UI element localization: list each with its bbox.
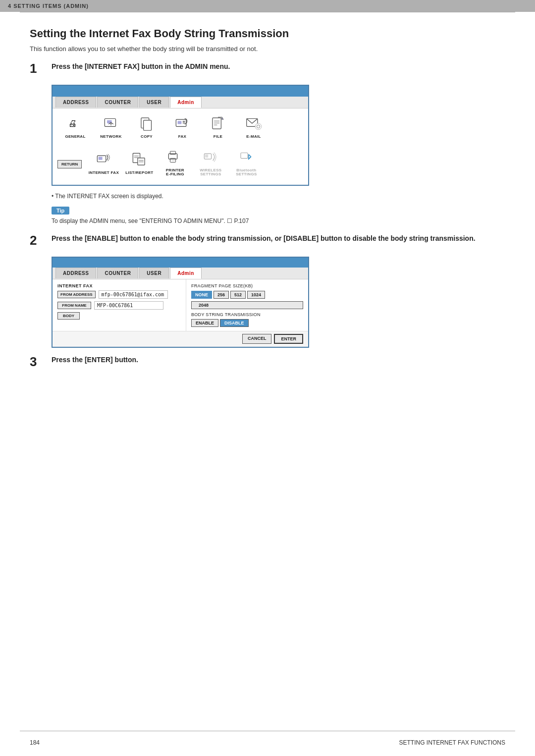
icon-general[interactable]: 🖨 GENERAL <box>57 113 93 139</box>
frag-1024-button[interactable]: 1024 <box>247 291 265 299</box>
printer-efiling-label: PRINTERE-FILING <box>166 168 184 177</box>
step-2-text: Press the [ENABLE] button to enable the … <box>52 233 476 244</box>
icon-network[interactable]: NETWORK <box>93 113 129 139</box>
section-title: Setting the Internet Fax Body String Tra… <box>30 27 505 40</box>
general-icon: 🖨 <box>63 113 87 133</box>
icon-file[interactable]: FILE <box>200 113 236 139</box>
enter-button[interactable]: ENTER <box>274 334 303 344</box>
p2-tab-admin[interactable]: Admin <box>170 268 202 279</box>
return-button[interactable]: RETURN <box>57 160 82 168</box>
step-2: 2 Press the [ENABLE] button to enable th… <box>30 233 505 248</box>
admin-menu-panel: ADDRESS COUNTER USER Admin 🖨 GENERAL <box>52 85 309 186</box>
cancel-button[interactable]: CANCEL <box>242 334 272 344</box>
frag-512-button[interactable]: 512 <box>230 291 246 299</box>
fax-icon <box>170 113 194 133</box>
body-string-label: BODY STRING TRANSMISSION <box>191 312 303 317</box>
step-3: 3 Press the [ENTER] button. <box>30 355 505 369</box>
footer-title: SETTING INTERNET FAX FUNCTIONS <box>399 739 505 746</box>
internet-fax-label: INTERNET FAX <box>89 170 119 175</box>
icon-copy[interactable]: COPY <box>129 113 164 139</box>
copy-icon <box>135 113 159 133</box>
step-1-text: Press the [INTERNET FAX] button in the A… <box>52 61 230 72</box>
bottom-bar: CANCEL ENTER <box>53 331 308 347</box>
header-label: 4 SETTING ITEMS (ADMIN) <box>8 3 89 9</box>
step-1-number: 1 <box>30 61 48 76</box>
frag-2048-button[interactable]: 2048 <box>191 301 303 309</box>
p2-tab-counter[interactable]: COUNTER <box>97 268 138 278</box>
from-name-button[interactable]: FROM NAME <box>57 302 91 309</box>
wireless-settings-icon <box>199 148 222 167</box>
copy-label: COPY <box>141 134 153 139</box>
svg-rect-20 <box>99 157 103 160</box>
icon-row2: RETURN INTERNET FAX <box>53 146 308 185</box>
from-name-value: MFP-00C67861 <box>94 301 163 310</box>
list-report-label: LIST/REPORT <box>125 170 153 175</box>
footer-divider <box>20 731 515 731</box>
body-row: BODY <box>57 312 181 320</box>
bluetooth-settings-label: BluetoothSETTINGS <box>236 168 257 177</box>
icon-fax[interactable]: FAX <box>164 113 200 139</box>
network-label: NETWORK <box>100 134 121 139</box>
tab-counter[interactable]: COUNTER <box>97 97 138 108</box>
step-1: 1 Press the [INTERNET FAX] button in the… <box>30 61 505 76</box>
from-address-row: FROM ADDRESS mfp-00c67861@ifax.com <box>57 290 181 299</box>
fragment-buttons: NONE 256 512 1024 <box>191 291 303 299</box>
svg-rect-12 <box>213 118 221 129</box>
bullet-note: • The INTERNET FAX screen is displayed. <box>52 193 505 200</box>
bluetooth-settings-icon <box>234 148 258 167</box>
svg-rect-7 <box>144 120 152 130</box>
settings-panel: ADDRESS COUNTER USER Admin INTERNET FAX … <box>52 257 309 348</box>
from-address-value: mfp-00c67861@ifax.com <box>99 290 168 299</box>
panel2-tab-row: ADDRESS COUNTER USER Admin <box>53 268 308 279</box>
fragment-label: FRAGMENT PAGE SIZE(KB) <box>191 283 303 288</box>
wireless-settings-label: WIRELESSSETTINGS <box>200 168 221 177</box>
p2-tab-user[interactable]: USER <box>139 268 169 278</box>
fax-label: FAX <box>178 134 186 139</box>
settings-left-col: INTERNET FAX FROM ADDRESS mfp-00c67861@i… <box>53 279 186 331</box>
footer: 184 SETTING INTERNET FAX FUNCTIONS <box>30 739 505 746</box>
p2-tab-address[interactable]: ADDRESS <box>55 268 96 278</box>
icon-bluetooth-settings[interactable]: BluetoothSETTINGS <box>228 148 264 177</box>
enable-button[interactable]: ENABLE <box>191 319 218 327</box>
tab-admin[interactable]: Admin <box>170 97 202 108</box>
body-string-buttons: ENABLE DISABLE <box>191 319 303 327</box>
body-button[interactable]: BODY <box>57 312 80 320</box>
disable-button[interactable]: DISABLE <box>220 319 249 327</box>
internet-fax-section-label: INTERNET FAX <box>57 283 181 288</box>
printer-efiling-icon <box>163 148 187 167</box>
from-name-row: FROM NAME MFP-00C67861 <box>57 301 181 310</box>
icon-printer-efiling[interactable]: PRINTERE-FILING <box>157 148 193 177</box>
step-3-text: Press the [ENTER] button. <box>52 355 138 365</box>
icon-email[interactable]: E-MAIL <box>236 113 271 139</box>
email-icon <box>242 113 266 133</box>
frag-none-button[interactable]: NONE <box>191 291 212 299</box>
file-icon <box>206 113 230 133</box>
svg-point-17 <box>255 123 262 130</box>
icon-internet-fax[interactable]: INTERNET FAX <box>86 150 121 175</box>
svg-rect-9 <box>178 121 182 124</box>
intro-text: This function allows you to set whether … <box>30 45 505 53</box>
svg-rect-28 <box>170 151 176 154</box>
tip-box: Tip <box>52 207 69 215</box>
step-3-number: 3 <box>30 355 48 369</box>
file-label: FILE <box>214 134 223 139</box>
panel2-header <box>53 258 308 268</box>
tab-address[interactable]: ADDRESS <box>55 97 96 108</box>
header-bar: 4 SETTING ITEMS (ADMIN) <box>0 0 535 12</box>
network-icon <box>99 113 123 133</box>
frag-256-button[interactable]: 256 <box>214 291 229 299</box>
icon-list-report[interactable]: LIST/REPORT <box>121 150 157 175</box>
settings-body: INTERNET FAX FROM ADDRESS mfp-00c67861@i… <box>53 279 308 331</box>
panel1-tab-row: ADDRESS COUNTER USER Admin <box>53 97 308 108</box>
svg-text:🖨: 🖨 <box>68 118 77 128</box>
svg-rect-24 <box>138 158 145 165</box>
list-report-icon <box>127 150 151 169</box>
icon-wireless-settings[interactable]: WIRELESSSETTINGS <box>193 148 228 177</box>
settings-right-col: FRAGMENT PAGE SIZE(KB) NONE 256 512 1024 <box>186 279 308 331</box>
tab-user[interactable]: USER <box>139 97 169 108</box>
from-address-button[interactable]: FROM ADDRESS <box>57 291 96 298</box>
general-label: GENERAL <box>65 134 85 139</box>
footer-page: 184 <box>30 739 40 746</box>
svg-rect-11 <box>183 122 185 123</box>
panel1-header <box>53 86 308 97</box>
